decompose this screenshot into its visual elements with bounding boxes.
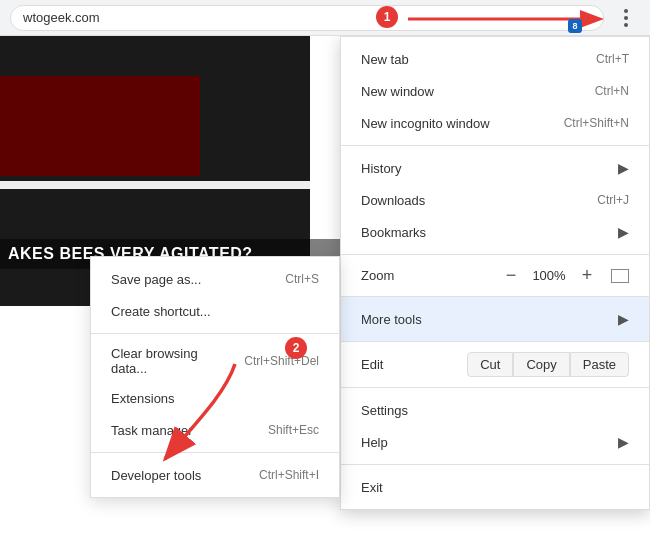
- white-strip: [0, 181, 310, 189]
- zoom-controls: − 100% +: [501, 265, 629, 286]
- address-text: wtogeek.com: [23, 10, 100, 25]
- menu-item-exit[interactable]: Exit: [341, 471, 649, 503]
- menu-section-more-tools: More tools ▶: [341, 297, 649, 342]
- zoom-percent: 100%: [531, 268, 567, 283]
- annotation-badge-1: 1: [376, 6, 398, 28]
- menu-section-settings: Settings Help ▶: [341, 388, 649, 465]
- menu-item-bookmarks[interactable]: Bookmarks ▶: [341, 216, 649, 248]
- zoom-minus-button[interactable]: −: [501, 265, 521, 286]
- edit-row: Edit Cut Copy Paste: [341, 348, 649, 381]
- dark-red-band: [0, 76, 200, 176]
- copy-button[interactable]: Copy: [513, 352, 569, 377]
- three-dots-icon: [624, 9, 628, 27]
- menu-item-help[interactable]: Help ▶: [341, 426, 649, 458]
- submenu-item-create-shortcut[interactable]: Create shortcut...: [91, 295, 339, 327]
- more-tools-submenu: Save page as... Ctrl+S Create shortcut..…: [90, 256, 340, 498]
- edit-buttons: Cut Copy Paste: [467, 352, 629, 377]
- submenu-item-developer-tools[interactable]: Developer tools Ctrl+Shift+I: [91, 459, 339, 491]
- menu-section-history: History ▶ Downloads Ctrl+J Bookmarks ▶: [341, 146, 649, 255]
- page-content: AKES BEES VERY AGITATED? New tab Ctrl+T …: [0, 36, 650, 534]
- menu-item-incognito[interactable]: New incognito window Ctrl+Shift+N: [341, 107, 649, 139]
- menu-section-exit: Exit: [341, 465, 649, 509]
- menu-button[interactable]: [612, 4, 640, 32]
- address-bar[interactable]: wtogeek.com: [10, 5, 604, 31]
- paste-button[interactable]: Paste: [570, 352, 629, 377]
- menu-item-settings[interactable]: Settings: [341, 394, 649, 426]
- menu-item-new-tab[interactable]: New tab Ctrl+T: [341, 43, 649, 75]
- chrome-dropdown-menu: New tab Ctrl+T New window Ctrl+N New inc…: [340, 36, 650, 510]
- menu-item-more-tools[interactable]: More tools ▶: [341, 303, 649, 335]
- ext-badge-8: 8: [568, 19, 582, 33]
- submenu-section-save: Save page as... Ctrl+S Create shortcut..…: [91, 257, 339, 334]
- browser-bar: wtogeek.com: [0, 0, 650, 36]
- annotation-badge-2: 2: [285, 337, 307, 359]
- menu-section-zoom: Zoom − 100% +: [341, 255, 649, 297]
- zoom-row: Zoom − 100% +: [341, 261, 649, 290]
- menu-item-new-window[interactable]: New window Ctrl+N: [341, 75, 649, 107]
- zoom-plus-button[interactable]: +: [577, 265, 597, 286]
- cut-button[interactable]: Cut: [467, 352, 513, 377]
- menu-item-history[interactable]: History ▶: [341, 152, 649, 184]
- submenu-item-extensions[interactable]: Extensions: [91, 382, 339, 414]
- submenu-item-save-page[interactable]: Save page as... Ctrl+S: [91, 263, 339, 295]
- submenu-item-task-manager[interactable]: Task manager Shift+Esc: [91, 414, 339, 446]
- submenu-section-devtools: Developer tools Ctrl+Shift+I: [91, 453, 339, 497]
- zoom-fullscreen-button[interactable]: [611, 269, 629, 283]
- menu-item-downloads[interactable]: Downloads Ctrl+J: [341, 184, 649, 216]
- menu-section-edit: Edit Cut Copy Paste: [341, 342, 649, 388]
- menu-section-new: New tab Ctrl+T New window Ctrl+N New inc…: [341, 37, 649, 146]
